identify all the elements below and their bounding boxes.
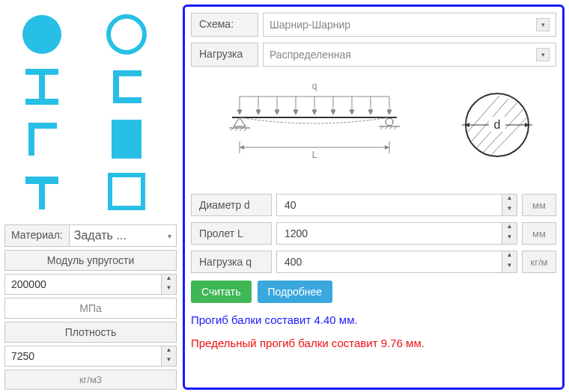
section-diagram-icon: d bbox=[456, 84, 538, 166]
svg-marker-47 bbox=[240, 145, 244, 150]
shape-channel[interactable] bbox=[100, 63, 153, 111]
svg-marker-16 bbox=[237, 110, 242, 114]
loadq-input[interactable]: 400 bbox=[277, 251, 502, 272]
shape-hollow-rect[interactable] bbox=[100, 168, 153, 215]
svg-marker-18 bbox=[256, 110, 261, 114]
span-unit: мм bbox=[522, 222, 556, 245]
loadq-spinner[interactable]: ▲▼ bbox=[502, 251, 517, 272]
svg-rect-4 bbox=[25, 99, 58, 105]
svg-line-38 bbox=[240, 128, 243, 131]
loadq-unit: кг/м bbox=[522, 251, 556, 273]
chevron-down-icon: ▾ bbox=[536, 48, 550, 61]
svg-marker-28 bbox=[350, 110, 354, 114]
load-select[interactable]: Распределенная ▾ bbox=[263, 43, 556, 67]
chevron-down-icon: ▾ bbox=[536, 18, 550, 31]
right-panel: Схема: Шарнир-Шарнир ▾ Нагрузка Распреде… bbox=[183, 4, 565, 390]
svg-marker-30 bbox=[368, 110, 373, 114]
diag-d-label: d bbox=[493, 118, 500, 131]
material-row: Материал: Задать ... ▾ bbox=[4, 224, 177, 247]
svg-line-36 bbox=[231, 128, 234, 131]
schema-value: Шарнир-Шарнир bbox=[270, 19, 350, 31]
result-deflection: Прогиб балки составит 4.40 мм. bbox=[191, 313, 556, 326]
svg-point-0 bbox=[22, 15, 61, 54]
shape-i-beam[interactable] bbox=[15, 63, 69, 111]
svg-line-45 bbox=[394, 126, 397, 129]
modulus-spinner[interactable]: ▲▼ bbox=[161, 275, 176, 294]
schema-label: Схема: bbox=[191, 13, 258, 37]
svg-rect-7 bbox=[113, 97, 142, 103]
span-spinner[interactable]: ▲▼ bbox=[502, 223, 517, 244]
left-panel: Материал: Задать ... ▾ Модуль упругости … bbox=[4, 4, 177, 390]
cross-section-grid bbox=[4, 4, 177, 221]
diag-L-label: L bbox=[311, 150, 317, 160]
load-value: Распределенная bbox=[270, 49, 351, 61]
svg-marker-20 bbox=[275, 110, 279, 114]
svg-point-1 bbox=[109, 16, 144, 52]
svg-marker-26 bbox=[331, 110, 335, 114]
beam-diagram-icon: q bbox=[210, 80, 419, 170]
shape-hollow-circle[interactable] bbox=[100, 10, 153, 58]
svg-rect-9 bbox=[28, 123, 57, 129]
density-input-row: 7250 ▲▼ bbox=[4, 346, 177, 367]
diameter-unit: мм bbox=[522, 194, 556, 216]
density-header: Плотность bbox=[4, 322, 177, 343]
density-spinner[interactable]: ▲▼ bbox=[161, 346, 176, 366]
svg-rect-13 bbox=[110, 175, 143, 208]
shape-solid-circle[interactable] bbox=[15, 10, 69, 58]
details-button[interactable]: Подробнее bbox=[258, 281, 333, 303]
diagram-area: q bbox=[191, 73, 556, 188]
svg-line-37 bbox=[235, 128, 238, 131]
shape-angle[interactable] bbox=[15, 115, 69, 163]
modulus-unit: МПа bbox=[4, 298, 177, 319]
svg-marker-24 bbox=[312, 110, 317, 114]
svg-line-39 bbox=[244, 128, 247, 131]
material-value: Задать ... bbox=[74, 229, 127, 242]
svg-marker-32 bbox=[387, 110, 392, 114]
density-input[interactable]: 7250 bbox=[5, 346, 161, 366]
diameter-input[interactable]: 40 bbox=[277, 195, 502, 215]
loadq-label: Нагрузка q bbox=[191, 251, 272, 273]
material-select[interactable]: Задать ... ▾ bbox=[70, 225, 176, 246]
svg-line-43 bbox=[385, 126, 388, 129]
modulus-input[interactable]: 200000 bbox=[5, 275, 161, 294]
load-label: Нагрузка bbox=[191, 43, 258, 67]
modulus-input-row: 200000 ▲▼ bbox=[4, 274, 177, 295]
result-limit-deflection: Предельный прогиб балки составит 9.76 мм… bbox=[191, 337, 556, 349]
svg-rect-12 bbox=[39, 177, 45, 209]
svg-rect-10 bbox=[112, 120, 142, 159]
svg-line-42 bbox=[380, 126, 383, 129]
schema-select[interactable]: Шарнир-Шарнир ▾ bbox=[263, 13, 556, 37]
svg-marker-22 bbox=[293, 110, 298, 114]
svg-marker-34 bbox=[234, 117, 246, 126]
chevron-down-icon: ▾ bbox=[168, 232, 171, 240]
density-unit: кг/м3 bbox=[4, 370, 177, 390]
shape-tee[interactable] bbox=[15, 168, 69, 215]
material-label: Материал: bbox=[5, 225, 70, 246]
diameter-spinner[interactable]: ▲▼ bbox=[502, 195, 517, 215]
svg-line-44 bbox=[389, 126, 392, 129]
diag-q-label: q bbox=[311, 81, 317, 91]
span-input[interactable]: 1200 bbox=[277, 223, 502, 244]
span-label: Пролет L bbox=[191, 222, 272, 245]
diameter-label: Диаметр d bbox=[191, 194, 272, 216]
modulus-header: Модуль упругости bbox=[4, 250, 177, 271]
calculate-button[interactable]: Считать bbox=[191, 281, 252, 303]
svg-marker-48 bbox=[385, 145, 389, 150]
shape-solid-rect[interactable] bbox=[100, 115, 153, 163]
svg-point-40 bbox=[386, 118, 393, 126]
